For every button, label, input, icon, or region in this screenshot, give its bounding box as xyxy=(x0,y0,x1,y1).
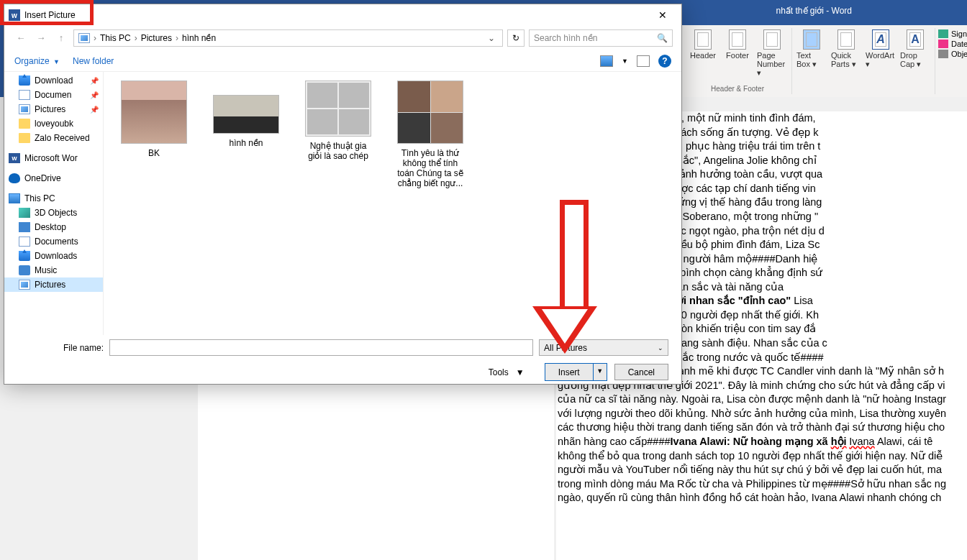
sidebar-item-desktop[interactable]: Desktop xyxy=(4,220,103,234)
file-item-nghethuat[interactable]: Nghệ thuật gia giỏi là sao chép xyxy=(302,81,374,161)
word-window-title: nhất thế giới - Word xyxy=(776,6,852,16)
sidebar-item-pictures[interactable]: Pictures📌 xyxy=(4,102,103,116)
view-icons-button[interactable] xyxy=(600,55,613,67)
breadcrumb-pictures[interactable]: Pictures xyxy=(141,33,172,43)
ribbon-header-button[interactable]: Header xyxy=(688,29,718,78)
annotation-highlight-box xyxy=(0,0,94,25)
sidebar: Download📌 Documen📌 Pictures📌 loveyoubk Z… xyxy=(4,72,104,335)
sidebar-item-zalo[interactable]: Zalo Received xyxy=(4,131,103,145)
view-details-button[interactable] xyxy=(637,55,650,67)
ribbon: Header Footer Page Number ▾ Header & Foo… xyxy=(682,25,967,97)
search-input[interactable]: Search hình nền 🔍 xyxy=(529,29,673,47)
insert-dropdown[interactable]: ▼ xyxy=(594,364,607,380)
file-name-input[interactable] xyxy=(109,339,533,356)
sidebar-item-thispc[interactable]: This PC xyxy=(4,191,103,206)
ribbon-signature-button[interactable]: Signatu xyxy=(938,29,967,38)
cancel-button[interactable]: Cancel xyxy=(614,364,668,380)
folder-icon xyxy=(78,33,90,43)
ribbon-page-number-button[interactable]: Page Number ▾ xyxy=(757,29,787,78)
tools-button[interactable]: Tools ▼ xyxy=(489,367,525,377)
ribbon-dropcap-button[interactable]: ADrop Cap ▾ xyxy=(900,29,930,69)
sidebar-item-downloads[interactable]: Download📌 xyxy=(4,73,103,88)
forward-button[interactable]: → xyxy=(33,30,49,46)
sidebar-item-pictures2[interactable]: Pictures xyxy=(4,277,103,292)
help-icon[interactable]: ? xyxy=(658,55,671,68)
sidebar-item-downloads2[interactable]: Downloads xyxy=(4,249,103,263)
sidebar-item-onedrive[interactable]: OneDrive xyxy=(4,171,103,185)
back-button[interactable]: ← xyxy=(13,30,29,46)
new-folder-button[interactable]: New folder xyxy=(73,56,114,66)
sidebar-item-documents[interactable]: Documen📌 xyxy=(4,88,103,102)
annotation-arrow xyxy=(550,200,597,354)
thumbnail-icon xyxy=(397,81,463,144)
ribbon-quickparts-button[interactable]: Quick Parts ▾ xyxy=(831,29,861,69)
breadcrumb-folder[interactable]: hình nền xyxy=(182,33,216,43)
thumbnail-icon xyxy=(305,81,371,137)
up-button[interactable]: ↑ xyxy=(53,30,69,46)
ribbon-wordart-button[interactable]: AWordArt ▾ xyxy=(866,29,896,69)
close-button[interactable]: ✕ xyxy=(648,4,677,26)
ribbon-textbox-button[interactable]: Text Box ▾ xyxy=(796,29,827,69)
sidebar-item-3dobjects[interactable]: 3D Objects xyxy=(4,206,103,220)
file-item-tinhyeu[interactable]: Tình yêu là thứ không thể tính toán Chún… xyxy=(394,81,466,188)
sidebar-item-documents2[interactable]: Documents xyxy=(4,234,103,249)
breadcrumb-pc[interactable]: This PC xyxy=(100,33,131,43)
ribbon-datetime-button[interactable]: Date & xyxy=(938,40,967,48)
ribbon-footer-button[interactable]: Footer xyxy=(722,29,753,78)
thumbnail-icon xyxy=(121,81,187,144)
sidebar-item-msword[interactable]: wMicrosoft Wor xyxy=(4,151,103,165)
sidebar-item-music[interactable]: Music xyxy=(4,263,103,277)
insert-button[interactable]: Insert ▼ xyxy=(545,363,607,381)
file-item-bk[interactable]: BK xyxy=(118,81,190,158)
refresh-button[interactable]: ↻ xyxy=(507,29,525,47)
search-icon: 🔍 xyxy=(657,33,668,43)
sidebar-item-loveyoubk[interactable]: loveyoubk xyxy=(4,116,103,131)
address-dropdown[interactable]: ⌄ xyxy=(485,33,498,43)
organize-button[interactable]: Organize ▼ xyxy=(14,56,60,66)
file-name-label: File name: xyxy=(17,343,104,353)
file-item-hinhnen[interactable]: hình nền xyxy=(210,81,282,148)
address-bar[interactable]: › This PC › Pictures › hình nền ⌄ xyxy=(73,29,503,47)
thumbnail-icon xyxy=(213,95,279,134)
ribbon-group-label: Header & Footer xyxy=(711,82,764,93)
ribbon-object-button[interactable]: Object xyxy=(938,50,967,58)
dialog-title: Insert Picture xyxy=(24,10,648,20)
